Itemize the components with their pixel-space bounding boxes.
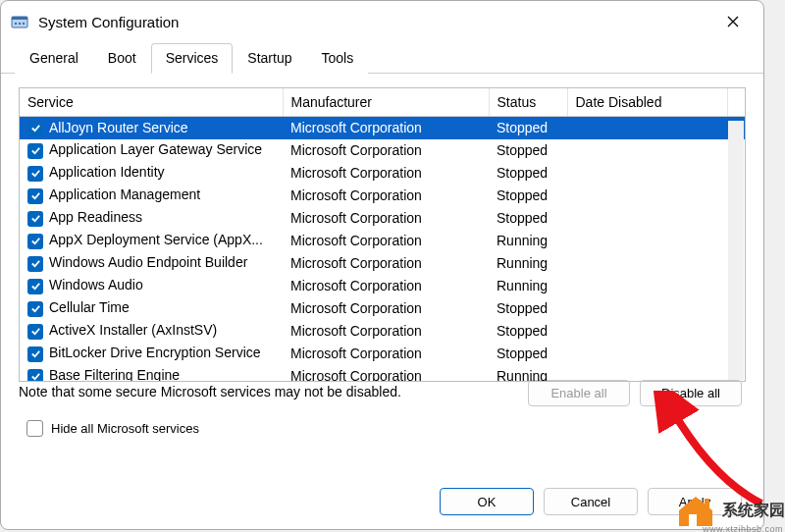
cancel-button[interactable]: Cancel [544,488,638,515]
row-checkbox[interactable] [27,143,43,159]
tab-boot[interactable]: Boot [93,43,151,74]
cell-date-disabled [567,320,727,343]
cell-status: Running [489,252,567,275]
table-row[interactable]: Application IdentityMicrosoft Corporatio… [20,162,745,185]
cell-service: Base Filtering Engine [49,367,180,382]
cell-manufacturer: Microsoft Corporation [283,162,489,185]
cell-manufacturer: Microsoft Corporation [283,207,489,230]
table-row[interactable]: Application Layer Gateway ServiceMicroso… [20,139,745,162]
svg-point-2 [15,23,17,25]
cell-service: Windows Audio [49,277,143,293]
cell-status: Stopped [489,185,567,207]
cell-service: Application Management [49,186,200,202]
cell-status: Stopped [489,320,567,343]
close-button[interactable] [710,6,756,37]
cell-service: Windows Audio Endpoint Builder [49,254,247,270]
row-checkbox[interactable] [27,279,43,294]
cell-date-disabled [567,365,727,383]
table-row[interactable]: AllJoyn Router ServiceMicrosoft Corporat… [20,117,745,139]
svg-rect-1 [12,17,27,20]
cell-date-disabled [567,117,727,139]
watermark-text: 系统家园 [722,501,785,521]
tab-services[interactable]: Services [151,43,234,74]
table-row[interactable]: Base Filtering EngineMicrosoft Corporati… [20,365,745,383]
table-row[interactable]: Cellular TimeMicrosoft CorporationStoppe… [20,297,745,320]
cell-manufacturer: Microsoft Corporation [283,139,489,162]
tab-bar: GeneralBootServicesStartupTools [1,42,763,74]
cell-status: Stopped [489,343,567,365]
row-checkbox[interactable] [27,211,43,227]
row-checkbox[interactable] [27,121,43,136]
row-checkbox[interactable] [27,256,43,272]
cell-date-disabled [567,185,727,207]
row-checkbox[interactable] [27,166,43,182]
house-icon [675,493,716,528]
cell-manufacturer: Microsoft Corporation [283,185,489,207]
cell-status: Stopped [489,162,567,185]
cell-service: Application Identity [49,164,165,180]
cell-service: Application Layer Gateway Service [49,141,262,157]
close-icon [727,16,739,27]
tab-startup[interactable]: Startup [233,43,306,74]
row-checkbox[interactable] [27,346,43,362]
row-checkbox[interactable] [27,234,43,249]
cell-service: AllJoyn Router Service [49,120,188,135]
col-service[interactable]: Service [20,88,283,117]
table-row[interactable]: ActiveX Installer (AxInstSV)Microsoft Co… [20,320,745,343]
cell-status: Stopped [489,139,567,162]
cell-service: BitLocker Drive Encryption Service [49,345,261,360]
msconfig-icon [11,13,28,30]
titlebar: System Configuration [1,1,763,42]
cell-date-disabled [567,252,727,275]
col-status[interactable]: Status [489,88,567,117]
row-checkbox[interactable] [27,188,43,204]
col-date-disabled[interactable]: Date Disabled [567,88,727,117]
hide-microsoft-label: Hide all Microsoft services [51,421,199,436]
services-table: Service Manufacturer Status Date Disable… [20,88,745,382]
row-checkbox[interactable] [27,369,43,382]
cell-manufacturer: Microsoft Corporation [283,230,489,252]
svg-rect-6 [705,499,709,508]
cell-date-disabled [567,275,727,297]
table-row[interactable]: AppX Deployment Service (AppX...Microsof… [20,230,745,252]
table-row[interactable]: Application ManagementMicrosoft Corporat… [20,185,745,207]
tab-tools[interactable]: Tools [306,43,368,74]
cell-service: App Readiness [49,209,142,225]
watermark-url: www.xtzjhbsb.com [703,524,783,532]
table-header-row: Service Manufacturer Status Date Disable… [20,88,745,117]
row-checkbox[interactable] [27,324,43,340]
cell-date-disabled [567,207,727,230]
row-checkbox[interactable] [27,301,43,317]
cell-manufacturer: Microsoft Corporation [283,252,489,275]
table-row[interactable]: App ReadinessMicrosoft CorporationStoppe… [20,207,745,230]
cell-manufacturer: Microsoft Corporation [283,117,489,139]
col-manufacturer[interactable]: Manufacturer [283,88,489,117]
hide-microsoft-row: Hide all Microsoft services [19,420,746,437]
svg-point-3 [19,23,21,25]
enable-all-button[interactable]: Enable all [528,380,630,406]
services-table-container: Service Manufacturer Status Date Disable… [19,87,746,382]
cell-manufacturer: Microsoft Corporation [283,320,489,343]
hide-microsoft-checkbox[interactable] [26,420,43,437]
cell-date-disabled [567,343,727,365]
col-scroll-spacer [727,88,745,117]
cell-manufacturer: Microsoft Corporation [283,275,489,297]
table-row[interactable]: Windows AudioMicrosoft CorporationRunnin… [20,275,745,297]
cell-date-disabled [567,162,727,185]
svg-point-4 [23,23,25,25]
cell-manufacturer: Microsoft Corporation [283,297,489,320]
svg-rect-5 [689,514,697,526]
vertical-scrollbar[interactable] [728,121,744,380]
cell-status: Running [489,275,567,297]
cell-status: Running [489,230,567,252]
dialog-footer: OK Cancel Apply [1,476,763,529]
cell-service: AppX Deployment Service (AppX... [49,232,263,247]
cell-status: Stopped [489,297,567,320]
table-row[interactable]: BitLocker Drive Encryption ServiceMicros… [20,343,745,365]
ok-button[interactable]: OK [440,488,534,515]
tab-general[interactable]: General [15,43,93,74]
disable-all-button[interactable]: Disable all [640,380,742,406]
cell-service: ActiveX Installer (AxInstSV) [49,322,217,338]
cell-service: Cellular Time [49,299,130,315]
table-row[interactable]: Windows Audio Endpoint BuilderMicrosoft … [20,252,745,275]
